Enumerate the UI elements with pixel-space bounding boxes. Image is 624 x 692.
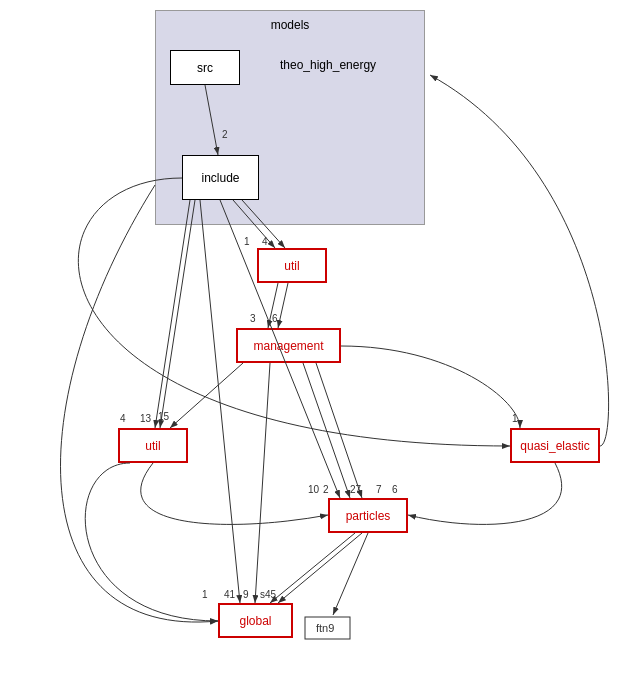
- svg-text:13: 13: [140, 413, 152, 424]
- util-top-node: util: [257, 248, 327, 283]
- svg-line-22: [316, 363, 362, 498]
- management-node: management: [236, 328, 341, 363]
- svg-text:1: 1: [202, 589, 208, 600]
- svg-line-28: [255, 363, 270, 603]
- svg-text:ftn9: ftn9: [316, 622, 334, 634]
- svg-line-13: [160, 200, 195, 428]
- svg-text:4: 4: [262, 236, 268, 247]
- svg-text:ftn9: ftn9: [310, 624, 327, 635]
- svg-text:1: 1: [512, 413, 518, 424]
- svg-line-15: [170, 363, 243, 428]
- svg-text:10: 10: [308, 484, 320, 495]
- svg-text:6: 6: [392, 484, 398, 495]
- svg-line-34: [333, 533, 368, 615]
- src-node: src: [170, 50, 240, 85]
- models-label: models: [155, 18, 425, 32]
- svg-line-26: [200, 200, 240, 603]
- include-node: include: [182, 155, 259, 200]
- svg-line-32: [278, 533, 362, 603]
- global-node: global: [218, 603, 293, 638]
- svg-text:7: 7: [376, 484, 382, 495]
- svg-text:3: 3: [250, 313, 256, 324]
- diagram-container: models theo_high_energy src include util…: [0, 0, 624, 692]
- svg-text:1: 1: [244, 236, 250, 247]
- quasi-elastic-node: quasi_elastic: [510, 428, 600, 463]
- svg-text:s45: s45: [260, 589, 277, 600]
- svg-text:2: 2: [323, 484, 329, 495]
- util-left-node: util: [118, 428, 188, 463]
- theo-high-energy-label: theo_high_energy: [280, 58, 376, 72]
- particles-node: particles: [328, 498, 408, 533]
- svg-line-18: [303, 363, 350, 498]
- svg-line-30: [270, 533, 355, 603]
- svg-line-7: [268, 283, 278, 328]
- svg-rect-36: [305, 617, 350, 639]
- svg-text:15: 15: [158, 411, 170, 422]
- svg-line-11: [155, 200, 190, 428]
- svg-line-9: [278, 283, 288, 328]
- svg-text:27: 27: [350, 484, 362, 495]
- svg-text:6: 6: [272, 313, 278, 324]
- svg-text:41: 41: [224, 589, 236, 600]
- svg-text:9: 9: [243, 589, 249, 600]
- svg-text:4: 4: [120, 413, 126, 424]
